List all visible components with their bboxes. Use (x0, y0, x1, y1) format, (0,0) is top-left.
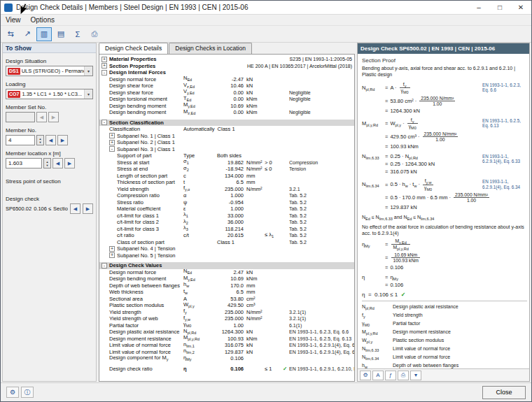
tree-row[interactable]: Design bending momentMy,Ed10.69kNm (99, 275, 354, 282)
tree-row[interactable]: ClassificationAutomaticallyClass 1 (99, 126, 354, 133)
tree-row[interactable]: Design moment resistanceMpl,y,Rd100.93kN… (99, 336, 354, 343)
tree-row[interactable]: -Design Check Values (99, 262, 354, 269)
symbol-legend: Npl,RdDesign plastic axial resistancefyY… (362, 301, 527, 368)
tree-row[interactable]: c/t-limit for class 1λ133.000Tab. 5.2 (99, 213, 354, 220)
colored-results-icon[interactable]: ▤ (53, 27, 69, 41)
member-no-row: 4 ▲▼ ◀ ▶ (6, 135, 93, 145)
tree-row[interactable]: +Material PropertiesS235 | EN 1993-1-1:2… (99, 56, 354, 63)
collapse-icon[interactable]: - (102, 70, 107, 76)
tree-row[interactable]: +Subpanel No. 1 | Class 1 (99, 133, 354, 140)
member-set-input[interactable] (6, 112, 35, 122)
tree-row[interactable]: Length of section partc134.000mm (99, 173, 354, 180)
close-window-button[interactable]: ✕ (510, 1, 531, 14)
next-location-button[interactable]: ▶ (64, 158, 75, 168)
tree-row[interactable]: Design component for MyηMy0.106 (99, 355, 354, 362)
next-member-set-button[interactable]: ▶ (48, 112, 59, 122)
tree-row[interactable]: Yield strength of webfy,w235.000N/mm²3.2… (99, 315, 354, 322)
previous-location-button[interactable]: ◀ (52, 158, 63, 168)
tree-row[interactable]: Design shear forceVy,Ed0.00kNNegligible (99, 89, 354, 96)
menu-view[interactable]: View (1, 16, 26, 24)
collapse-icon[interactable]: - (102, 120, 107, 125)
reference: Tension (289, 166, 354, 173)
chevron-down-icon[interactable]: ▾ (84, 89, 92, 99)
tree-row[interactable]: Class of section partClass 1Tab. 5.2 (99, 239, 354, 246)
tree-row[interactable]: Compression ratioα1.000Tab. 5.2 (99, 192, 354, 199)
tree-row[interactable]: c/t ratioc/t20.615≤ λ1Tab. 5.2 (99, 232, 354, 239)
formulas-icon[interactable]: Σ (70, 27, 85, 41)
member-location-input[interactable]: 1.603 (6, 158, 42, 168)
tree-row[interactable]: Design normal forceNEd2.47kN (99, 269, 354, 276)
font-size-icon[interactable]: A (372, 371, 384, 380)
design-situation-select[interactable]: DS1 ULS (STR/GEO) - Permane... ▾ (6, 66, 93, 76)
maximize-button[interactable]: □ (489, 1, 510, 14)
tree-row[interactable]: Thickness of section partt6.5mm (99, 179, 354, 186)
collapse-icon[interactable]: - (102, 263, 107, 268)
next-design-check-button[interactable]: ▶ (83, 203, 93, 214)
tree-row[interactable]: Design check ratioη0.106≤ 1✓EN 1993-1-1,… (99, 366, 354, 373)
previous-design-check-button[interactable]: ◀ (70, 203, 80, 214)
tree-row[interactable]: -Design Internal Forces (99, 69, 354, 76)
tree-row[interactable]: Depth of web between flangeshw170.0mm (99, 282, 354, 289)
tree-row[interactable]: Support of partTypeBoth sides (99, 152, 354, 159)
tree-row[interactable]: Stress at endσ2-18.942N/mm²≤ 0Tension (99, 166, 354, 173)
tree-row[interactable]: -Section Classification (99, 120, 354, 127)
expand-icon[interactable]: + (102, 63, 107, 69)
reference: EN 1993-1-1, 6.2.9.1(4), Eq. 6.34 (289, 349, 354, 356)
print-icon[interactable]: ⎙ (87, 27, 102, 41)
tree-row[interactable]: +Subpanel No. 4 | Tension (99, 245, 354, 252)
previous-member-set-button[interactable]: ◀ (36, 112, 47, 122)
settings-icon[interactable]: ⚙ (6, 387, 19, 398)
tree-row[interactable]: Material coefficientε1.000Tab. 5.2 (99, 206, 354, 213)
sync-selection-icon[interactable]: ⇆ (3, 27, 18, 41)
tree-row[interactable]: c/t-limit for class 3λ3118.214Tab. 5.2 (99, 226, 354, 233)
tree-row[interactable]: Design shear forceVz,Ed10.46kN (99, 82, 354, 89)
tree-row[interactable]: Plastic section modulusWpl,y429.50cm³ (99, 302, 354, 309)
loading-select[interactable]: CO7 1.35 * LC1 + 1.50 * LC3... ▾ (6, 89, 93, 99)
minimize-button[interactable]: – (468, 1, 489, 14)
tree-row[interactable]: Stress at startσ119.862N/mm²> 0Compressi… (99, 159, 354, 166)
legend-symbol: γM0 (362, 320, 391, 329)
row-label-cell: Support of part (99, 152, 183, 159)
info-icon[interactable]: ⓘ (21, 387, 34, 398)
result-diagrams-icon[interactable]: ▥ (36, 27, 52, 41)
tree-row[interactable]: Design bending momentMz,Ed0.00kNmNegligi… (99, 109, 354, 116)
tree-row[interactable]: Design bending momentMy,Ed10.69kNm (99, 103, 354, 110)
tree-row[interactable]: Limit value of normal forcenlim,1316.075… (99, 342, 354, 349)
tree-row[interactable]: Yield strengthfy,α235.000N/mm²3.2.1 (99, 186, 354, 193)
tree-row[interactable]: Web thicknesstw6.5mm (99, 289, 354, 296)
member-no-spinner[interactable]: ▲▼ (36, 135, 44, 145)
tab-design-checks-in-location[interactable]: Design Checks in Location (169, 43, 252, 54)
next-member-button[interactable]: ▶ (57, 135, 68, 145)
collapse-icon[interactable]: - (109, 146, 115, 152)
tree-row[interactable]: Design plastic axial resistanceNpl,Rd126… (99, 329, 354, 336)
tree-row[interactable]: Sectional areaA53.80cm² (99, 296, 354, 303)
more-options-icon[interactable]: ▾ (410, 371, 421, 380)
chevron-down-icon[interactable]: ▾ (84, 66, 92, 76)
tree-row[interactable]: +Subpanel No. 5 | Tension (99, 252, 354, 259)
expand-icon[interactable]: + (109, 252, 115, 258)
tree-row[interactable]: +Subpanel No. 2 | Class 1 (99, 139, 354, 146)
design-check-select[interactable]: SP6500.02 0.106 ≤ Section Pro... ◀ ▶ (6, 203, 93, 214)
formulas-icon[interactable]: ƒ (385, 371, 396, 380)
tree-row[interactable]: Yield strengthfy235.000N/mm²3.2.1(1) (99, 309, 354, 316)
tree-row[interactable]: Partial factorγM01.006.1(1) (99, 322, 354, 329)
previous-member-button[interactable]: ◀ (46, 135, 56, 145)
jump-to-object-icon[interactable]: ↗ (20, 27, 35, 41)
tree-row[interactable]: Design torsional momentTEd0.00kNmNegligi… (99, 96, 354, 103)
expand-icon[interactable]: + (109, 133, 115, 138)
print-icon[interactable]: ⎙ (398, 371, 409, 380)
expand-icon[interactable]: + (109, 140, 115, 145)
expand-icon[interactable]: + (109, 246, 115, 252)
tree-row[interactable]: +Section PropertiesHE 200 A | EN 10365:2… (99, 63, 354, 70)
tree-row[interactable]: Design normal forceNEd-2.47kN (99, 76, 354, 83)
expand-icon[interactable]: + (102, 57, 107, 62)
tab-design-check-details[interactable]: Design Check Details (99, 43, 168, 54)
menu-options[interactable]: Options (26, 16, 59, 24)
tree-row[interactable]: c/t-limit for class 2λ236.000Tab. 5.2 (99, 219, 354, 226)
close-button[interactable]: Close (482, 386, 526, 399)
tree-row[interactable]: -Subpanel No. 3 | Class 1 (99, 146, 354, 153)
member-location-spinner[interactable]: ▲▼ (43, 158, 51, 168)
tree-row[interactable]: Stress ratioψ-0.954Tab. 5.2 (99, 199, 354, 206)
member-no-input[interactable]: 4 (6, 135, 35, 145)
settings-icon[interactable]: ⚙ (360, 371, 371, 380)
